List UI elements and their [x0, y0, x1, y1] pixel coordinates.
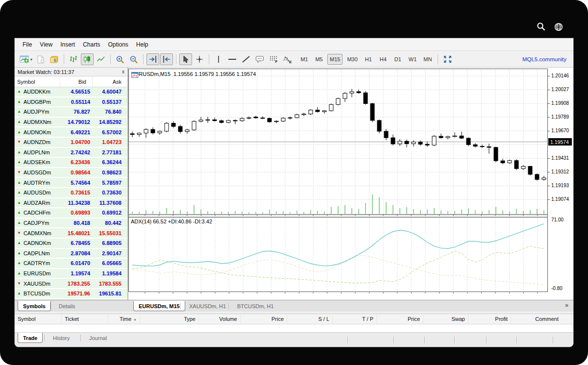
toolbox-column-volume[interactable]: Volume [198, 314, 240, 324]
timeframe-bar: M1M5M15M30H1H4D1W1MN [297, 54, 435, 65]
timeframe-m5[interactable]: M5 [313, 54, 325, 65]
profiles-button[interactable]: $ [48, 53, 61, 65]
line-chart-button[interactable] [95, 53, 107, 65]
market-watch-row[interactable]: ▲AUDJPYm76.82776.840 [15, 107, 127, 118]
market-watch-row[interactable]: ▲EURUSDm1.195741.19584 [15, 269, 127, 279]
market-watch-row[interactable]: ▲AUDDKKm4.565154.60047 [15, 87, 127, 97]
down-arrow-icon: ▼ [17, 282, 21, 286]
text-label-button[interactable] [253, 53, 266, 65]
toolbox-tab-journal[interactable]: Journal [84, 333, 112, 343]
market-watch-row[interactable]: ▼CADMXNm15.4802115.55031 [15, 228, 127, 239]
toolbox-column-time[interactable]: Time▲ [108, 314, 140, 324]
chart-tab-eurusdm-m15[interactable]: EURUSDm, M15 [133, 301, 185, 311]
market-watch-row[interactable]: ▼AUDSGDm0.985640.98623 [15, 168, 127, 178]
search-icon[interactable] [536, 22, 546, 33]
chart-tab-xauusdm-h1[interactable]: XAUUSDm, H1 [184, 301, 231, 311]
timeframe-mn[interactable]: MN [421, 54, 434, 65]
chart-ohlc-values: 1.19556 1.19579 1.19556 1.19574 [173, 71, 256, 77]
chart-tabs-overflow-chevron[interactable]: » [565, 302, 568, 309]
market-watch-row[interactable]: ▲CADCHFm0.698930.69912 [15, 208, 127, 219]
toolbox-column-price[interactable]: Price [240, 314, 287, 324]
toolbox-tab-trade[interactable]: Trade [18, 333, 43, 343]
up-arrow-icon: ▲ [17, 292, 21, 295]
market-watch-row[interactable]: ▲CADPLNm2.870842.90147 [15, 249, 127, 259]
market-watch-row[interactable]: ▲AUDSEKm6.234366.36244 [15, 158, 127, 168]
menu-file[interactable]: File [19, 40, 36, 49]
timeframe-h1[interactable]: H1 [362, 54, 375, 65]
toolbox-column-profit[interactable]: Profit [468, 314, 511, 324]
insert-objects-button[interactable]: JE [281, 53, 294, 65]
market-watch-row[interactable]: ▼AUDNZDm1.047001.04723 [15, 138, 127, 148]
new-window-button[interactable] [34, 53, 47, 65]
timeframe-d1[interactable]: D1 [392, 54, 404, 65]
cursor-button[interactable] [179, 53, 192, 65]
trendline-button[interactable] [240, 53, 252, 65]
market-watch-row[interactable]: ▲AUDTRYm5.745645.78597 [15, 178, 127, 188]
toolbar-separator [176, 54, 176, 64]
chart-tab-btcusdm-h1[interactable]: BTCUSDm, H1 [232, 301, 279, 311]
market-watch-header[interactable]: Symbol Bid Ask [15, 76, 127, 87]
bid-value: 76.827 [60, 109, 92, 115]
zoom-out-button[interactable] [127, 53, 140, 65]
toolbox-column-s-l[interactable]: S / L [287, 314, 332, 324]
toolbox-column-type[interactable]: Type [140, 314, 198, 324]
column-symbol[interactable]: Symbol [15, 79, 60, 85]
tab-symbols[interactable]: Symbols [18, 301, 51, 311]
crosshair-button[interactable] [193, 53, 206, 65]
market-watch-row[interactable]: ▼XAUUSDm1783.2551783.555 [15, 279, 127, 289]
cursor-icon [182, 55, 189, 63]
menu-options[interactable]: Options [104, 40, 132, 49]
symbol-name: CADTRYm [24, 260, 50, 266]
chart-shift-button[interactable] [160, 53, 173, 65]
market-watch-row[interactable]: ▲CADNOKm6.784556.88905 [15, 239, 127, 249]
tab-details[interactable]: Details [54, 301, 80, 311]
menu-help[interactable]: Help [132, 40, 152, 49]
candlestick-chart-button[interactable] [81, 53, 94, 65]
market-watch-row[interactable]: ▲AUDZARm11.3423811.37608 [15, 198, 127, 209]
menu-view[interactable]: View [36, 40, 56, 49]
menu-insert[interactable]: Insert [56, 40, 79, 49]
price-scale[interactable]: 1.19574 71.00 -0.80 1.201461.200271.1990… [548, 69, 573, 294]
chart-window[interactable]: 1.19574 71.00 -0.80 1.201461.200271.1990… [128, 68, 573, 300]
ask-value: 19615.81 [92, 291, 127, 296]
zoom-in-button[interactable] [114, 53, 126, 65]
close-icon[interactable]: x [122, 70, 124, 74]
toolbox-column-t-p[interactable]: T / P [332, 314, 376, 324]
toolbox-column-price[interactable]: Price [376, 314, 423, 324]
ask-value: 5.78597 [92, 180, 127, 186]
market-watch-row[interactable]: ▲AUDNOKm6.492216.57002 [15, 127, 127, 138]
market-watch-row[interactable]: ▲AUDMXNm14.7901214.85292 [15, 118, 127, 128]
market-watch-row[interactable]: ▲BTCUSDm19571.9619615.81 [15, 289, 127, 299]
timeframe-m30[interactable]: M30 [344, 54, 360, 65]
timeframe-h4[interactable]: H4 [377, 54, 390, 65]
horizontal-line-button[interactable] [226, 53, 239, 65]
toolbox-column-symbol[interactable]: Symbol [15, 314, 61, 324]
auto-scroll-button[interactable] [147, 53, 159, 65]
fibonacci-button[interactable]: F [267, 53, 280, 65]
toolbox-column-comment[interactable]: Comment [511, 314, 573, 324]
globe-icon[interactable] [554, 23, 563, 33]
toolbox-tab-history[interactable]: History [48, 333, 74, 343]
new-chart-dropdown-caret[interactable]: ▾ [30, 57, 32, 62]
new-chart-button[interactable] [18, 53, 31, 65]
chart-canvas[interactable] [128, 69, 548, 294]
column-bid[interactable]: Bid [60, 76, 92, 87]
up-arrow-icon: ▲ [17, 160, 21, 164]
fullscreen-button[interactable] [441, 53, 454, 65]
bar-chart-button[interactable] [67, 53, 80, 65]
toolbox-column-ticket[interactable]: Ticket [61, 314, 108, 324]
vertical-line-button[interactable] [212, 53, 225, 65]
market-watch-row[interactable]: ▲CADJPYm80.41880.442 [15, 219, 127, 229]
menu-charts[interactable]: Charts [79, 40, 104, 49]
timeframe-w1[interactable]: W1 [406, 54, 419, 65]
market-watch-row[interactable]: ▲AUDUSDm0.736150.73630 [15, 188, 127, 198]
market-watch-row[interactable]: ▲AUDPLNm2.742422.77181 [15, 148, 127, 158]
market-watch-row[interactable]: ▲CADTRYm6.014706.05665 [15, 259, 127, 269]
timeframe-m15[interactable]: M15 [327, 54, 343, 65]
market-watch-row[interactable]: ▲AUDGBPm0.551140.55137 [15, 97, 127, 108]
tab-divider [228, 303, 229, 309]
column-ask[interactable]: Ask [92, 76, 127, 87]
timeframe-m1[interactable]: M1 [298, 54, 311, 65]
mql5-community-link[interactable]: MQL5.community [522, 56, 566, 62]
toolbox-column-swap[interactable]: Swap [423, 314, 468, 324]
